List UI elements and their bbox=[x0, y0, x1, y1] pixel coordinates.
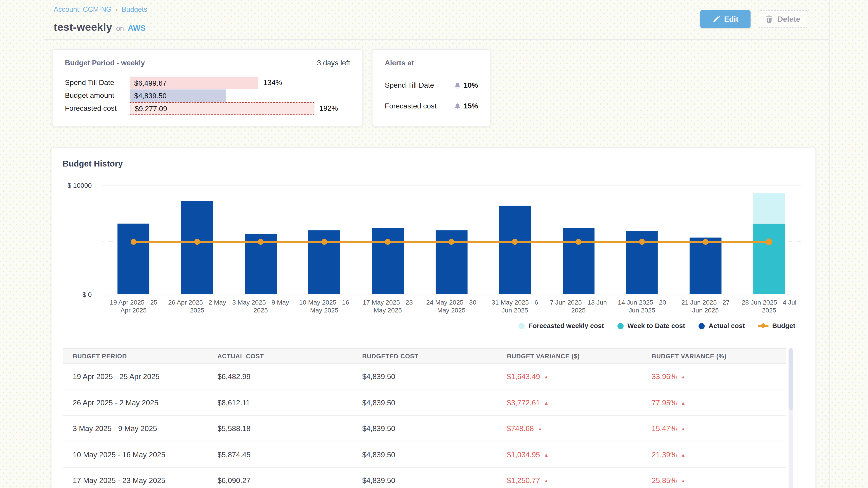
table-header-cell: BUDGETED COST bbox=[352, 353, 497, 359]
table-body: 19 Apr 2025 - 25 Apr 2025$6,482.99$4,839… bbox=[63, 364, 786, 488]
cell-budgeted-cost: $4,839.50 bbox=[352, 451, 497, 459]
variance-up-arrow-icon: ▲ bbox=[544, 452, 549, 458]
x-axis-labels: 19 Apr 2025 - 25 Apr 202526 Apr 2025 - 2… bbox=[102, 298, 801, 315]
budget-period-bar-value: $6,499.67 bbox=[130, 78, 166, 87]
budget-line bbox=[102, 185, 801, 305]
budget-period-row-label: Forecasted cost bbox=[65, 102, 117, 115]
page-title: test-weekly bbox=[54, 21, 112, 33]
title-row: test-weekly on AWS bbox=[54, 21, 146, 33]
legend-dot-icon bbox=[699, 323, 705, 329]
variance-up-arrow-icon: ▲ bbox=[681, 374, 686, 380]
content-column: Account: CCM-NG › Budgets test-weekly on… bbox=[43, 0, 830, 488]
table-row: 17 May 2025 - 23 May 2025$6,090.27$4,839… bbox=[63, 468, 786, 488]
cell-actual-cost: $6,482.99 bbox=[207, 372, 352, 381]
alerts-card: Alerts at Spend Till Date10%Forecasted c… bbox=[372, 49, 491, 126]
budget-line-point bbox=[258, 238, 264, 245]
cell-budget-variance-usd: $1,250.77▲ bbox=[497, 477, 642, 485]
viewport: Account: CCM-NG › Budgets test-weekly on… bbox=[0, 0, 868, 488]
x-axis-label: 14 Jun 2025 - 20 Jun 2025 bbox=[610, 298, 674, 315]
cell-budget-variance-pct: 21.39%▲ bbox=[642, 451, 786, 459]
legend-dot-icon bbox=[617, 323, 623, 329]
bell-icon bbox=[454, 82, 461, 89]
table-row: 10 May 2025 - 16 May 2025$5,874.45$4,839… bbox=[63, 442, 786, 468]
cell-actual-cost: $5,874.45 bbox=[207, 451, 352, 459]
variance-up-arrow-icon: ▲ bbox=[681, 452, 686, 458]
x-axis-label: 3 May 2025 - 9 May 2025 bbox=[229, 298, 292, 315]
cell-budget-period: 19 Apr 2025 - 25 Apr 2025 bbox=[63, 372, 207, 381]
x-axis-label: 19 Apr 2025 - 25 Apr 2025 bbox=[102, 298, 165, 315]
breadcrumb-account-link[interactable]: Account: CCM-NG bbox=[54, 6, 112, 13]
x-axis-label: 28 Jun 2025 - 4 Jul 2025 bbox=[737, 298, 801, 315]
page-header: Account: CCM-NG › Budgets test-weekly on… bbox=[44, 0, 829, 40]
legend-item-actual-cost[interactable]: Actual cost bbox=[699, 322, 745, 330]
legend-budget-marker-icon bbox=[758, 325, 768, 327]
cell-budgeted-cost: $4,839.50 bbox=[352, 398, 497, 407]
alerts-card-title: Alerts at bbox=[385, 59, 414, 67]
cell-actual-cost: $8,612.11 bbox=[207, 398, 352, 407]
cell-budget-variance-pct: 25.85%▲ bbox=[642, 477, 786, 485]
budget-period-bar-forecast: $9,277.09 bbox=[130, 102, 314, 115]
table-scrollbar-thumb[interactable] bbox=[789, 348, 793, 410]
alert-threshold: 15% bbox=[454, 102, 478, 111]
chart-legend: Forecasted weekly costWeek to Date costA… bbox=[519, 322, 796, 330]
budget-detail-page: Account: CCM-NG › Budgets test-weekly on… bbox=[0, 0, 868, 488]
budget-line-point bbox=[512, 238, 518, 245]
cell-budget-variance-pct: 33.96%▲ bbox=[642, 372, 786, 381]
cell-actual-cost: $5,588.18 bbox=[207, 424, 352, 433]
legend-item-forecasted-weekly-cost[interactable]: Forecasted weekly cost bbox=[519, 322, 604, 330]
edit-button[interactable]: Edit bbox=[700, 10, 751, 28]
bell-icon bbox=[454, 103, 461, 110]
legend-item-week-to-date-cost[interactable]: Week to Date cost bbox=[617, 322, 685, 330]
title-platform: AWS bbox=[128, 24, 146, 33]
cell-budget-variance-usd: $1,643.49▲ bbox=[497, 372, 642, 381]
cell-budget-variance-pct: 15.47%▲ bbox=[642, 424, 786, 433]
table-scrollbar-track[interactable] bbox=[789, 348, 793, 488]
budget-period-percent: 134% bbox=[264, 76, 282, 89]
cell-budget-period: 17 May 2025 - 23 May 2025 bbox=[63, 477, 207, 485]
x-axis-label: 21 Jun 2025 - 27 Jun 2025 bbox=[674, 298, 737, 315]
alert-row-label: Forecasted cost bbox=[385, 102, 436, 111]
budget-period-bar-value: $9,277.09 bbox=[130, 104, 167, 112]
delete-button-label: Delete bbox=[778, 15, 800, 23]
cell-actual-cost: $6,090.27 bbox=[207, 477, 352, 485]
title-on-word: on bbox=[116, 25, 124, 33]
budget-line-point bbox=[385, 238, 391, 245]
budget-line-point bbox=[703, 238, 708, 245]
variance-up-arrow-icon: ▲ bbox=[681, 478, 686, 484]
budget-line-point bbox=[766, 238, 773, 245]
budget-history-card: Budget History $ 10000$ 019 Apr 2025 - 2… bbox=[51, 147, 816, 488]
table-header-cell: BUDGET VARIANCE (%) bbox=[642, 353, 786, 359]
budget-period-card: Budget Period - weekly 3 days left Spend… bbox=[52, 49, 363, 126]
x-axis-label: 26 Apr 2025 - 2 May 2025 bbox=[165, 298, 229, 315]
cell-budget-variance-pct: 77.95%▲ bbox=[642, 398, 786, 407]
variance-up-arrow-icon: ▲ bbox=[681, 400, 686, 406]
variance-up-arrow-icon: ▲ bbox=[538, 426, 542, 432]
budget-line-point bbox=[131, 238, 136, 245]
legend-dot-icon bbox=[519, 323, 525, 329]
x-axis-label: 10 May 2025 - 16 May 2025 bbox=[292, 298, 356, 315]
y-axis-label-max: $ 10000 bbox=[58, 182, 92, 189]
cell-budget-period: 26 Apr 2025 - 2 May 2025 bbox=[63, 398, 207, 407]
x-axis-label: 31 May 2025 - 6 Jun 2025 bbox=[483, 298, 547, 315]
cell-budget-variance-usd: $1,034.95▲ bbox=[497, 451, 642, 459]
variance-up-arrow-icon: ▲ bbox=[544, 400, 549, 406]
budget-line-point bbox=[576, 238, 581, 245]
budget-period-card-title: Budget Period - weekly bbox=[65, 59, 145, 67]
y-axis-label-zero: $ 0 bbox=[58, 290, 92, 298]
budget-line-point bbox=[321, 238, 327, 245]
cell-budgeted-cost: $4,839.50 bbox=[352, 477, 497, 485]
delete-button[interactable]: Delete bbox=[758, 10, 808, 28]
legend-label: Budget bbox=[772, 322, 795, 330]
x-axis-label: 7 Jun 2025 - 13 Jun 2025 bbox=[547, 298, 610, 315]
cell-budget-variance-usd: $748.68▲ bbox=[497, 424, 642, 433]
budget-period-bar-value: $4,839.50 bbox=[130, 92, 166, 100]
breadcrumb-budgets-link[interactable]: Budgets bbox=[122, 6, 147, 13]
table-row: 19 Apr 2025 - 25 Apr 2025$6,482.99$4,839… bbox=[63, 364, 786, 390]
cell-budget-period: 10 May 2025 - 16 May 2025 bbox=[63, 451, 207, 459]
table-row: 26 Apr 2025 - 2 May 2025$8,612.11$4,839.… bbox=[63, 390, 786, 416]
x-axis-label: 24 May 2025 - 30 May 2025 bbox=[420, 298, 483, 315]
alert-threshold-value: 15% bbox=[464, 102, 478, 111]
cell-budgeted-cost: $4,839.50 bbox=[352, 372, 497, 381]
legend-item-budget[interactable]: Budget bbox=[758, 322, 795, 330]
days-left-label: 3 days left bbox=[317, 59, 350, 67]
